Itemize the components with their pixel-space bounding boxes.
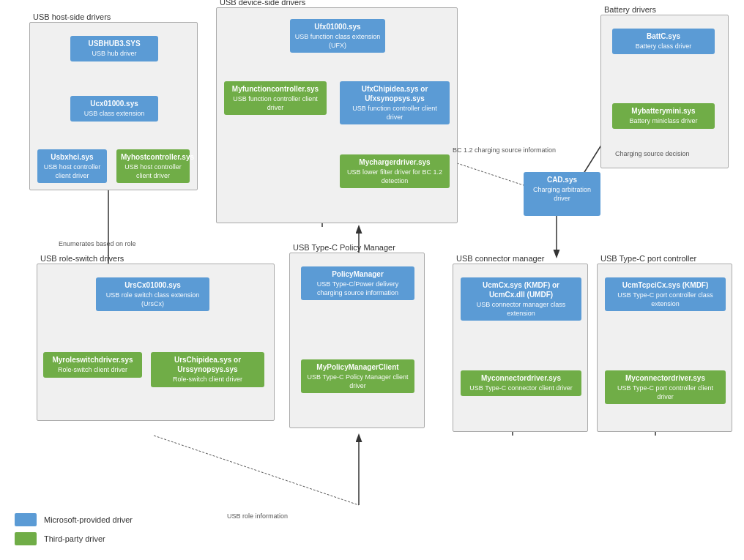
legend-tp: Third-party driver: [15, 532, 133, 545]
role-info-annotation: USB role information: [227, 512, 288, 520]
legend-tp-box: [15, 532, 37, 545]
myroleswitchdriver-box: Myroleswitchdriver.sys Role-switch clien…: [43, 352, 142, 378]
urschipidea-box: UrsChipidea.sys or Urssynopsys.sys Role-…: [151, 352, 264, 387]
myconnectordriver-pc-box: Myconnectordriver.sys USB Type-C port co…: [605, 370, 726, 404]
port-controller-group: USB Type-C port controller UcmTcpciCx.sy…: [597, 264, 732, 432]
device-side-group: USB device-side drivers Ufx01000.sys USB…: [216, 7, 458, 223]
enumerates-annotation: Enumerates based on role: [59, 240, 136, 247]
policy-manager-label: USB Type-C Policy Manager: [293, 243, 395, 252]
usbxhci-box: Usbxhci.sys USB host controller client d…: [37, 149, 107, 183]
connector-manager-group: USB connector manager UcmCx.sys (KMDF) o…: [453, 264, 588, 432]
myhostcontroller-box: Myhostcontroller.sys USB host controller…: [116, 149, 190, 183]
mybatterymini-box: Mybatterymini.sys Battery miniclass driv…: [612, 103, 715, 129]
ucx01000-box: Ucx01000.sys USB class extension: [70, 96, 158, 122]
legend: Microsoft-provided driver Third-party dr…: [15, 513, 133, 545]
host-side-group: USB host-side drivers USBHUB3.SYS USB hu…: [29, 22, 198, 190]
legend-tp-text: Third-party driver: [44, 534, 105, 543]
device-side-label: USB device-side drivers: [220, 0, 305, 7]
role-switch-label: USB role-switch drivers: [40, 254, 124, 263]
ufxchipidea-box: UfxChipidea.sys or Ufxsynopsys.sys USB f…: [340, 81, 450, 124]
legend-ms-text: Microsoft-provided driver: [44, 515, 133, 524]
myfunctioncontroller-box: Myfunctioncontroller.sys USB function co…: [224, 81, 327, 115]
battery-group: Battery drivers BattC.sys Battery class …: [600, 15, 729, 168]
legend-ms: Microsoft-provided driver: [15, 513, 133, 526]
ucmcx-box: UcmCx.sys (KMDF) or UcmCx.dll (UMDF) USB…: [461, 277, 581, 321]
policy-manager-group: USB Type-C Policy Manager PolicyManager …: [289, 253, 425, 428]
charging-decision-annotation: Charging source decision: [615, 150, 690, 157]
policymanager-box: PolicyManager USB Type-C/Power delivery …: [301, 266, 414, 300]
legend-ms-box: [15, 513, 37, 526]
connector-manager-label: USB connector manager: [456, 254, 544, 263]
myconnectordriver-cm-box: Myconnectordriver.sys USB Type-C connect…: [461, 370, 581, 396]
battery-label: Battery drivers: [604, 5, 656, 14]
role-switch-group: USB role-switch drivers UrsCx01000.sys U…: [37, 264, 275, 421]
bc12-annotation: BC 1.2 charging source information: [453, 146, 556, 154]
mypolicymanagerclient-box: MyPolicyManagerClient USB Type-C Policy …: [301, 359, 414, 393]
battc-box: BattC.sys Battery class driver: [612, 29, 715, 54]
diagram-container: USB host-side drivers USBHUB3.SYS USB hu…: [0, 0, 744, 560]
usbhub3-box: USBHUB3.SYS USB hub driver: [70, 36, 158, 61]
mychargerdriver-box: Mychargerdriver.sys USB lower filter dri…: [340, 154, 450, 188]
urscx01000-box: UrsCx01000.sys USB role switch class ext…: [96, 277, 209, 311]
svg-line-17: [154, 436, 359, 505]
port-controller-label: USB Type-C port controller: [600, 254, 696, 263]
cad-box: CAD.sys Charging arbitration driver: [524, 172, 600, 216]
ufx01000-box: Ufx01000.sys USB function class extensio…: [290, 19, 385, 53]
host-side-label: USB host-side drivers: [33, 12, 111, 21]
ucmtcpci-box: UcmTcpciCx.sys (KMDF) USB Type-C port co…: [605, 277, 726, 311]
